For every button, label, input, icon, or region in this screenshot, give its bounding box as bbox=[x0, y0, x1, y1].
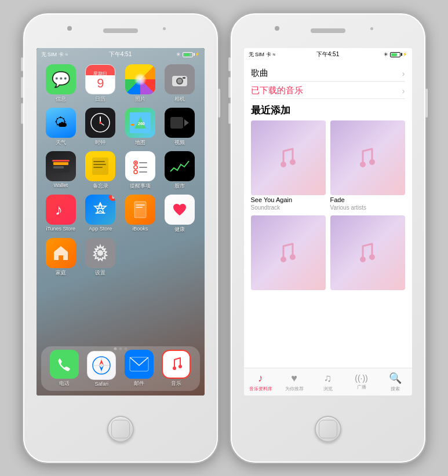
sensor-2 bbox=[370, 27, 373, 30]
for-you-label: 为你推荐 bbox=[285, 386, 304, 392]
tab-radio[interactable]: ((·)) 广播 bbox=[345, 374, 378, 390]
album-3[interactable] bbox=[251, 215, 326, 290]
volume-down-button-2[interactable] bbox=[228, 103, 231, 124]
app-settings[interactable]: 设置 bbox=[83, 238, 118, 277]
phone-svg bbox=[56, 356, 72, 372]
weather-icon-bg: 🌤 bbox=[46, 108, 76, 138]
settings-svg bbox=[91, 244, 110, 262]
app-notes[interactable]: 备忘录 bbox=[83, 151, 118, 190]
svg-rect-19 bbox=[93, 161, 105, 162]
tab-library[interactable]: ♪ 音乐资料库 bbox=[244, 372, 278, 392]
dock-phone[interactable]: 电话 bbox=[50, 350, 79, 387]
music-content: 歌曲 › 已下载的音乐 › 最近添加 bbox=[244, 61, 412, 368]
svg-rect-26 bbox=[139, 167, 147, 168]
app-clock[interactable]: 时钟 bbox=[83, 108, 118, 147]
volume-up-button-2[interactable] bbox=[228, 77, 231, 98]
power-button[interactable] bbox=[218, 89, 220, 118]
volume-up-button[interactable] bbox=[21, 77, 23, 98]
volume-down-button[interactable] bbox=[21, 103, 23, 124]
svg-marker-13 bbox=[184, 119, 189, 126]
songs-nav-row[interactable]: 歌曲 › bbox=[251, 65, 405, 82]
bluetooth-icon-2: ✳ bbox=[384, 52, 388, 57]
ibooks-svg bbox=[131, 200, 150, 219]
home-button-inner-2 bbox=[319, 420, 337, 438]
album-1-subtitle: Soundtrack bbox=[251, 204, 326, 211]
app-camera[interactable]: 相机 bbox=[162, 64, 198, 103]
search-label: 搜索 bbox=[391, 386, 400, 392]
app-videos[interactable]: 视频 bbox=[162, 108, 198, 147]
album-1[interactable]: See You Again Soundtrack bbox=[251, 120, 326, 211]
svg-point-7 bbox=[99, 122, 101, 124]
browse-icon: ♫ bbox=[324, 372, 332, 385]
home-svg bbox=[52, 244, 70, 262]
status-time: 下午4:51 bbox=[109, 50, 132, 58]
album-art-3 bbox=[251, 215, 326, 290]
app-wallet[interactable]: Wallet bbox=[43, 151, 79, 190]
appstore-svg bbox=[91, 200, 110, 219]
app-home[interactable]: 家庭 bbox=[43, 238, 79, 277]
svg-marker-34 bbox=[54, 246, 68, 260]
status-right-2: ✳ ⚡ bbox=[384, 52, 407, 57]
downloaded-arrow: › bbox=[402, 86, 405, 96]
clock-icon-bg bbox=[85, 108, 115, 138]
app-reminders[interactable]: 提醒事项 bbox=[123, 151, 158, 190]
app-messages[interactable]: 💬 信息 bbox=[43, 64, 79, 103]
app-ibooks[interactable]: iBooks bbox=[123, 195, 158, 233]
messages-icon: 💬 bbox=[46, 64, 76, 94]
music-dock-svg bbox=[167, 356, 185, 373]
camera-lens-2 bbox=[275, 26, 279, 31]
svg-rect-15 bbox=[53, 162, 68, 165]
music-app: 无 SIM 卡 ≈ 下午4:51 ✳ ⚡ 歌曲 › bbox=[244, 48, 412, 396]
music-screen: 无 SIM 卡 ≈ 下午4:51 ✳ ⚡ 歌曲 › bbox=[244, 48, 412, 396]
power-button-2[interactable] bbox=[425, 89, 428, 118]
home-button[interactable] bbox=[107, 416, 134, 442]
photos-center bbox=[134, 73, 147, 86]
status-left: 无 SIM 卡 ≈ bbox=[41, 51, 68, 58]
messages-label: 信息 bbox=[56, 96, 66, 103]
mail-svg bbox=[129, 357, 149, 372]
app-photos[interactable]: 照片 bbox=[123, 64, 158, 103]
app-weather[interactable]: 🌤 天气 bbox=[43, 108, 79, 147]
wifi-icon-2: ≈ bbox=[273, 52, 276, 57]
ibooks-label: iBooks bbox=[132, 226, 148, 232]
music-note-3-svg bbox=[274, 239, 302, 267]
status-time-2: 下午4:51 bbox=[316, 50, 339, 58]
app-health[interactable]: 健康 bbox=[162, 195, 198, 233]
for-you-icon: ♥ bbox=[291, 372, 297, 385]
home-button-2[interactable] bbox=[315, 416, 341, 442]
svg-point-47 bbox=[369, 159, 375, 165]
tab-for-you[interactable]: ♥ 为你推荐 bbox=[278, 372, 311, 392]
tab-search[interactable]: 🔍 搜索 bbox=[378, 372, 412, 392]
home-screen: 无 SIM 卡 ≈ 下午4:51 ✳ ⚡ 💬 信息 bbox=[37, 48, 205, 396]
status-right: ✳ ⚡ bbox=[176, 52, 200, 57]
ibooks-icon-bg bbox=[125, 195, 155, 225]
camera-lens bbox=[67, 26, 72, 31]
app-appstore[interactable]: 8 App Store bbox=[83, 195, 118, 233]
downloaded-nav-row[interactable]: 已下载的音乐 › bbox=[251, 83, 405, 99]
svg-point-43 bbox=[179, 365, 182, 368]
status-bar-2: 无 SIM 卡 ≈ 下午4:51 ✳ ⚡ bbox=[244, 48, 412, 61]
dock-mail[interactable]: 邮件 bbox=[125, 350, 154, 387]
lightning-icon: ⚡ bbox=[195, 52, 200, 57]
svg-point-45 bbox=[290, 159, 296, 165]
svg-point-46 bbox=[360, 162, 366, 167]
itunes-icon-bg: ♪ bbox=[46, 195, 76, 225]
photos-icon bbox=[125, 64, 155, 94]
maps-label: 地图 bbox=[135, 139, 145, 147]
tab-browse[interactable]: ♫ 浏览 bbox=[311, 372, 345, 392]
mute-button[interactable] bbox=[21, 57, 23, 71]
dock-music[interactable]: 音乐 bbox=[162, 350, 191, 387]
safari-label: Safari bbox=[94, 381, 108, 387]
dock-safari[interactable]: Safari bbox=[87, 351, 116, 387]
album-4[interactable] bbox=[330, 215, 405, 290]
app-calendar[interactable]: 星期日 9 日历 bbox=[83, 64, 118, 103]
app-stocks[interactable]: 股市 bbox=[162, 151, 198, 190]
reminders-icon-bg bbox=[125, 151, 155, 181]
album-2[interactable]: Fade Various artists bbox=[330, 120, 405, 211]
app-itunes[interactable]: ♪ iTunes Store bbox=[43, 195, 79, 233]
svg-rect-31 bbox=[134, 202, 146, 218]
mute-button-2[interactable] bbox=[228, 57, 231, 71]
calendar-date: 9 bbox=[97, 76, 104, 91]
app-maps[interactable]: 260 地图 bbox=[123, 108, 158, 147]
radio-icon: ((·)) bbox=[355, 374, 368, 383]
